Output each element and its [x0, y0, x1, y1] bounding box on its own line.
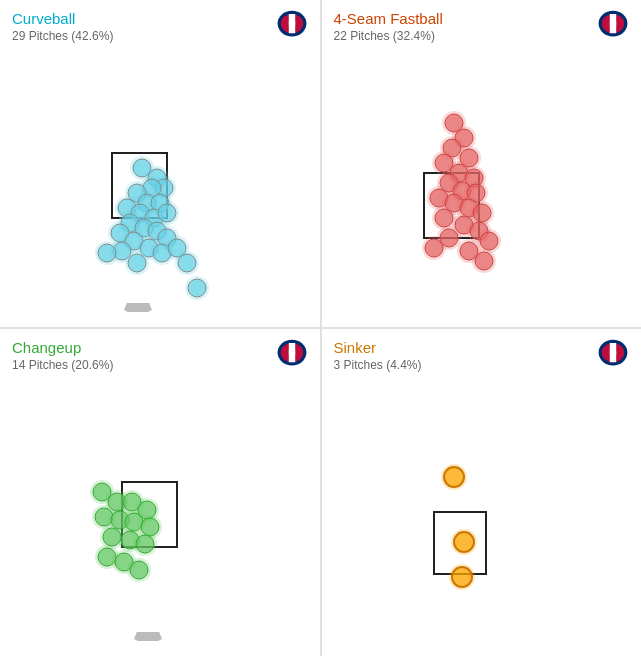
sinker-subtitle: 3 Pitches (4.4%) — [334, 358, 630, 372]
curveball-title: Curveball — [12, 10, 308, 27]
fastball-dot-21 — [475, 252, 493, 270]
fastball-dot-13 — [473, 204, 491, 222]
mlb-logo-icon — [597, 10, 629, 38]
curveball-dot-21 — [128, 254, 146, 272]
card-sinker: Sinker3 Pitches (4.4%) — [322, 329, 642, 656]
fastball-title: 4-Seam Fastball — [334, 10, 630, 27]
svg-point-32 — [610, 14, 616, 33]
sinker-title: Sinker — [334, 339, 630, 356]
sinker-pitch-area — [334, 422, 630, 641]
mlb-logo-icon — [276, 10, 308, 38]
card-curveball: Curveball29 Pitches (42.6%) — [0, 0, 320, 327]
mlb-logo-icon — [276, 339, 308, 367]
curveball-dot-22 — [178, 254, 196, 272]
fastball-dot-18 — [480, 232, 498, 250]
curveball-subtitle: 29 Pitches (42.6%) — [12, 29, 308, 43]
curveball-dot-24 — [188, 279, 206, 297]
changeup-pitch-area — [12, 422, 308, 641]
fastball-dot-19 — [425, 239, 443, 257]
fastball-pitch-area — [334, 93, 630, 312]
card-fastball: 4-Seam Fastball22 Pitches (32.4%) — [322, 0, 642, 327]
svg-point-76 — [610, 343, 616, 362]
changeup-title: Changeup — [12, 339, 308, 356]
fastball-subtitle: 22 Pitches (32.4%) — [334, 29, 630, 43]
svg-point-3 — [288, 14, 294, 33]
changeup-home-plate — [134, 632, 162, 641]
changeup-dot-8 — [103, 528, 121, 546]
changeup-subtitle: 14 Pitches (20.6%) — [12, 358, 308, 372]
sinker-dot-0 — [444, 467, 464, 487]
fastball-dot-14 — [435, 209, 453, 227]
sinker-dot-1 — [454, 532, 474, 552]
card-changeup: Changeup14 Pitches (20.6%) — [0, 329, 320, 656]
pitch-grid: Curveball29 Pitches (42.6%) 4-Seam Fastb… — [0, 0, 641, 656]
curveball-pitch-area — [12, 93, 308, 312]
sinker-dot-2 — [452, 567, 472, 587]
svg-point-58 — [288, 343, 294, 362]
curveball-dot-10 — [158, 204, 176, 222]
changeup-dot-10 — [136, 535, 154, 553]
mlb-logo-icon — [597, 339, 629, 367]
curveball-home-plate — [124, 303, 152, 312]
changeup-dot-13 — [130, 561, 148, 579]
curveball-dot-23 — [98, 244, 116, 262]
